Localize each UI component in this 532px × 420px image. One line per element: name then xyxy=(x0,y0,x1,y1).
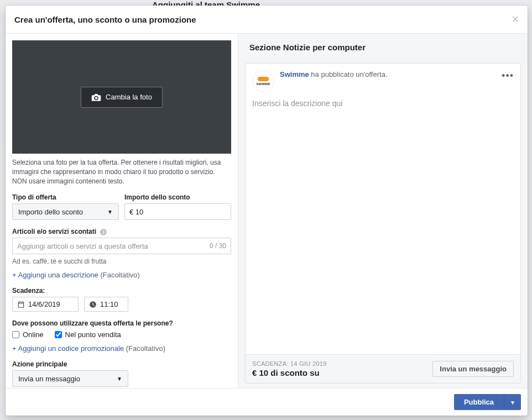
photo-help-text: Seleziona una foto per la tua offerta. P… xyxy=(12,158,231,186)
offer-type-value: Importo dello sconto xyxy=(18,208,83,216)
instore-checkbox-input[interactable] xyxy=(55,331,62,338)
items-label: Articoli e/o servizi scontati i xyxy=(12,228,231,235)
items-input[interactable]: Aggiungi articoli o servizi a questa off… xyxy=(12,238,231,254)
chevron-down-icon: ▼ xyxy=(117,376,122,382)
expiry-date-input[interactable]: 14/6/2019 xyxy=(12,297,79,312)
discount-amount-label: Importo dello sconto xyxy=(124,193,231,201)
publish-dropdown-button[interactable]: ▼ xyxy=(504,394,521,410)
card-headline: Swimme ha pubblicato un'offerta. xyxy=(280,70,388,78)
photo-area: Cambia la foto xyxy=(12,40,231,154)
online-checkbox[interactable]: Online xyxy=(12,330,44,339)
calendar-icon xyxy=(17,301,25,308)
chevron-down-icon: ▼ xyxy=(510,400,515,406)
change-photo-button[interactable]: Cambia la foto xyxy=(81,87,163,108)
modal-title: Crea un'offerta, uno sconto o una promoz… xyxy=(14,15,196,24)
main-action-value: Invia un messaggio xyxy=(18,375,80,383)
items-placeholder: Aggiungi articoli o servizi a questa off… xyxy=(17,242,148,250)
avatar[interactable]: SWIMME xyxy=(252,70,274,92)
expiry-time-value: 11:10 xyxy=(100,300,118,308)
instore-checkbox[interactable]: Nel punto vendita xyxy=(55,330,121,339)
online-label: Online xyxy=(23,330,44,339)
expiry-date-value: 14/6/2019 xyxy=(28,300,60,308)
add-description-link[interactable]: + Aggiungi una descrizione (Facoltativo) xyxy=(12,271,140,279)
discount-amount-input[interactable]: € 10 xyxy=(124,203,231,220)
offer-modal: Crea un'offerta, uno sconto o una promoz… xyxy=(6,6,528,416)
offer-type-label: Tipo di offerta xyxy=(12,193,119,201)
main-action-select[interactable]: Invia un messaggio ▼ xyxy=(12,370,128,387)
items-hint: Ad es. caffè, tè e succhi di frutta xyxy=(12,258,231,265)
preview-header: Sezione Notizie per computer xyxy=(238,34,528,59)
close-button[interactable]: × xyxy=(512,13,519,25)
discount-text: € 10 di sconto su xyxy=(252,368,327,377)
discount-amount-value: € 10 xyxy=(129,208,143,216)
info-icon[interactable]: i xyxy=(100,229,107,235)
chevron-down-icon: ▼ xyxy=(107,209,113,215)
instore-label: Nel punto vendita xyxy=(65,330,121,339)
items-count: 0 / 30 xyxy=(210,242,226,250)
send-message-button[interactable]: Invia un messaggio xyxy=(432,361,514,377)
main-action-label: Azione principale xyxy=(12,360,231,368)
online-checkbox-input[interactable] xyxy=(12,331,19,338)
card-description-placeholder: Inserisci la descrizione qui xyxy=(246,99,520,112)
expiry-time-input[interactable]: 11:10 xyxy=(84,297,128,312)
change-photo-label: Cambia la foto xyxy=(106,93,152,101)
clock-icon xyxy=(89,301,97,308)
offer-type-select[interactable]: Importo dello sconto ▼ xyxy=(12,203,119,220)
page-name-link[interactable]: Swimme xyxy=(280,70,309,78)
deadline-label: SCADENZA: 14 GIU 2019 xyxy=(252,360,327,367)
card-menu-button[interactable]: ••• xyxy=(502,70,514,82)
add-promo-code-link[interactable]: + Aggiungi un codice promozionale (Facol… xyxy=(12,344,165,353)
where-label: Dove possono utilizzare questa offerta l… xyxy=(12,319,231,327)
publish-button[interactable]: Pubblica xyxy=(454,394,504,410)
camera-icon xyxy=(91,93,101,102)
expiry-label: Scadenza: xyxy=(12,287,231,295)
preview-card: SWIMME Swimme ha pubblicato un'offerta. … xyxy=(245,63,521,384)
